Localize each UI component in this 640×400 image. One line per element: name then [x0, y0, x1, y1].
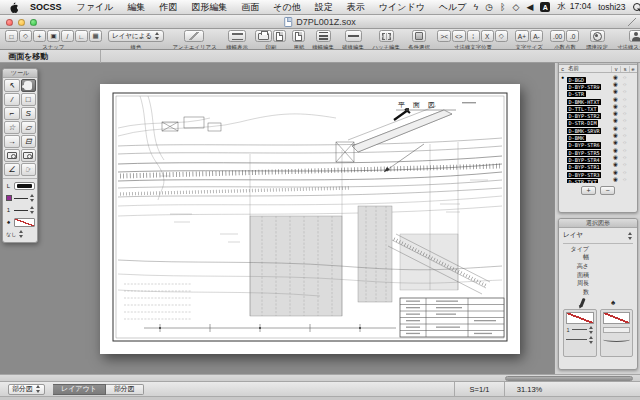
- menu-item[interactable]: ヘルプ: [432, 1, 474, 14]
- dashline-edit-button[interactable]: [345, 30, 362, 42]
- stepper-icon[interactable]: [628, 232, 633, 240]
- stepper-icon[interactable]: [589, 336, 594, 344]
- preferences-button[interactable]: [590, 30, 605, 42]
- pan-tool[interactable]: [21, 79, 37, 92]
- drawing-sheet[interactable]: 平 面 図: [100, 84, 520, 354]
- view-dropdown[interactable]: 部分図: [8, 384, 45, 395]
- user-menu[interactable]: toshi23: [598, 2, 625, 12]
- stroke-swatch[interactable]: [566, 312, 594, 324]
- rect-tool[interactable]: □: [21, 93, 37, 106]
- linetype-mini-row[interactable]: 1: [566, 326, 594, 334]
- add-layer-button[interactable]: +: [581, 186, 596, 195]
- line-color-dropdown[interactable]: レイヤによる: [108, 30, 164, 42]
- sun-icon[interactable]: ☼: [620, 117, 629, 123]
- remove-layer-button[interactable]: −: [600, 186, 615, 195]
- menu-item[interactable]: 設定: [308, 1, 340, 14]
- eye-icon[interactable]: ◉: [611, 147, 620, 153]
- snap-button[interactable]: ∟: [75, 30, 88, 42]
- pick-tool[interactable]: ☞: [21, 163, 37, 176]
- eye-icon[interactable]: ◉: [611, 132, 620, 138]
- select-tool[interactable]: ↖: [4, 79, 20, 92]
- sun-icon[interactable]: ☼: [620, 96, 629, 102]
- decimal-button[interactable]: .00: [550, 30, 565, 42]
- eye-icon[interactable]: ◉: [611, 176, 620, 182]
- camera-tool[interactable]: [4, 149, 20, 162]
- sun-icon[interactable]: ☼: [620, 147, 629, 153]
- eye-icon[interactable]: ◉: [611, 161, 620, 167]
- menu-item[interactable]: 表示: [340, 1, 372, 14]
- stepper-icon[interactable]: [589, 326, 594, 334]
- dim-text-position-button[interactable]: ><: [437, 30, 451, 42]
- arrow-tool[interactable]: →: [4, 135, 20, 148]
- line-type-row[interactable]: 1: [5, 205, 35, 215]
- dim-text-position-button[interactable]: X: [481, 30, 494, 42]
- selection-palette-titlebar[interactable]: 選択図形: [559, 219, 637, 228]
- dim-text-position-button[interactable]: ⁞: [467, 30, 480, 42]
- sun-icon[interactable]: ☼: [620, 103, 629, 109]
- stepper-icon[interactable]: [30, 206, 35, 214]
- apple-menu-icon[interactable]: [9, 2, 18, 13]
- eye-icon[interactable]: ◉: [611, 81, 620, 87]
- fill-none-row[interactable]: なし: [5, 229, 35, 239]
- sun-icon[interactable]: ☼: [620, 139, 629, 145]
- hatch-edit-button[interactable]: [379, 30, 394, 42]
- snap-button[interactable]: +: [33, 30, 46, 42]
- snap-button[interactable]: ◇: [19, 30, 32, 42]
- line-color-row[interactable]: [5, 193, 35, 203]
- drawing-canvas[interactable]: 平 面 図: [0, 63, 554, 374]
- hatch-row[interactable]: ♠: [5, 217, 35, 227]
- linewidth-edit-button[interactable]: [316, 30, 331, 42]
- input-method-icon[interactable]: A: [540, 2, 550, 12]
- text-size-button[interactable]: A+: [515, 30, 529, 42]
- text-tool[interactable]: S: [21, 107, 37, 120]
- eye-icon[interactable]: ◉: [611, 117, 620, 123]
- eye-icon[interactable]: ◉: [611, 154, 620, 160]
- fill-swatch[interactable]: [603, 312, 631, 324]
- status-icon[interactable]: ϟ: [473, 3, 478, 12]
- sun-icon[interactable]: ☼: [620, 176, 629, 182]
- dim-text-position-button[interactable]: ◇: [495, 30, 508, 42]
- polygon-tool[interactable]: ▱: [21, 121, 37, 134]
- sun-icon[interactable]: ☼: [620, 81, 629, 87]
- dim-style-button[interactable]: [629, 30, 640, 42]
- color-swatch[interactable]: [6, 195, 12, 201]
- print-button[interactable]: [255, 30, 272, 42]
- print-preview-button[interactable]: [273, 30, 286, 42]
- selection-layer-row[interactable]: レイヤ: [559, 228, 637, 242]
- line-width-swatch[interactable]: [14, 182, 35, 190]
- menu-item[interactable]: 作図: [152, 1, 184, 14]
- line-width-row[interactable]: L: [5, 181, 35, 191]
- menu-item[interactable]: 編集: [120, 1, 152, 14]
- sun-icon[interactable]: ☼: [620, 161, 629, 167]
- dimension-tool[interactable]: ⌐: [4, 107, 20, 120]
- star-tool[interactable]: ☆: [4, 121, 20, 134]
- menu-item[interactable]: 画面: [234, 1, 266, 14]
- linewidth-display-button[interactable]: [228, 30, 246, 42]
- sun-icon[interactable]: ☼: [620, 88, 629, 94]
- line-tool[interactable]: /: [4, 93, 20, 106]
- view-tab[interactable]: 部分図: [106, 384, 144, 395]
- menu-item[interactable]: ファイル: [70, 1, 121, 14]
- spotlight-icon[interactable]: [633, 3, 640, 12]
- layout-tool[interactable]: ⊟: [21, 135, 37, 148]
- eye-icon[interactable]: ◉: [611, 96, 620, 102]
- antialias-button[interactable]: [184, 30, 204, 42]
- sun-icon[interactable]: ☼: [620, 110, 629, 116]
- menu-clock[interactable]: 水17:04: [557, 1, 591, 13]
- eye-icon[interactable]: ◉: [611, 169, 620, 175]
- fill-style-box[interactable]: [600, 309, 634, 357]
- angle-tool[interactable]: ∠: [4, 163, 20, 176]
- fill-curve-mini-row[interactable]: [603, 336, 631, 344]
- snap-button[interactable]: ▦: [89, 30, 102, 42]
- linewidth-mini-row[interactable]: [566, 336, 594, 344]
- sun-icon[interactable]: ☼: [620, 132, 629, 138]
- zoom-indicator[interactable]: 31.13%: [504, 382, 554, 397]
- status-icon[interactable]: ◀: [526, 3, 533, 12]
- eye-icon[interactable]: ◉: [611, 125, 620, 131]
- eye-icon[interactable]: ◉: [611, 103, 620, 109]
- decimal-button[interactable]: .0: [566, 30, 579, 42]
- zoom-button[interactable]: [30, 19, 37, 26]
- sun-icon[interactable]: ☼: [620, 154, 629, 160]
- dim-text-position-button[interactable]: <>: [452, 30, 466, 42]
- app-menu[interactable]: SOCSS: [22, 2, 70, 12]
